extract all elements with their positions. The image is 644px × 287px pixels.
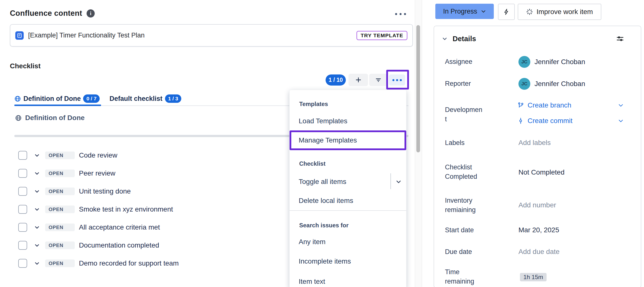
create-commit-label: Create commit <box>528 117 572 125</box>
field-label-start-date: Start date <box>445 225 483 235</box>
globe-icon <box>15 115 22 121</box>
chevron-down-icon <box>481 9 486 14</box>
field-label-assignee: Assignee <box>445 57 483 66</box>
item-status-badge[interactable]: OPEN <box>45 152 75 159</box>
menu-divider <box>290 210 406 211</box>
create-branch-link[interactable]: Create branch <box>517 101 571 109</box>
field-value-checklist-completed[interactable]: Not Completed <box>518 168 564 176</box>
vertical-scrollbar[interactable] <box>415 0 422 287</box>
menu-split-divider <box>390 173 391 189</box>
menu-item-load-templates[interactable]: Load Templates <box>299 117 347 125</box>
chevron-down-icon[interactable] <box>34 224 40 230</box>
field-value-assignee[interactable]: Jennifer Choban <box>534 58 585 66</box>
confluence-page-link[interactable]: [Example] Timer Functionality Test Plan <box>28 32 144 39</box>
jira-work-item-view: Confluence content i [Example] Timer Fun… <box>0 0 644 287</box>
checklist-row: OPEN All acceptance criteria met <box>14 221 286 234</box>
field-value-labels[interactable]: Add labels <box>518 139 551 147</box>
confluence-page-card[interactable]: [Example] Timer Functionality Test Plan … <box>10 24 413 46</box>
field-label-reporter: Reporter <box>445 79 483 88</box>
field-label-checklist-completed: Checklist Completed <box>445 162 483 181</box>
menu-item-manage-templates[interactable]: Manage Templates <box>299 136 357 144</box>
item-checkbox[interactable] <box>18 151 27 160</box>
menu-item-any-item[interactable]: Any item <box>299 238 326 246</box>
menu-item-item-text[interactable]: Item text <box>299 278 325 286</box>
chevron-down-icon[interactable] <box>618 102 624 108</box>
status-dropdown-button[interactable]: In Progress <box>435 4 494 19</box>
item-checkbox[interactable] <box>18 169 27 178</box>
menu-section-checklist: Checklist <box>299 160 326 167</box>
field-value-reporter[interactable]: Jennifer Choban <box>534 80 585 88</box>
configure-fields-icon[interactable] <box>616 35 624 43</box>
active-tab-underline <box>14 104 101 106</box>
checklist-group-title: Definition of Done <box>25 114 84 122</box>
item-status-badge[interactable]: OPEN <box>45 188 75 195</box>
checklist-row: OPEN Smoke test in xyz environment <box>14 203 286 216</box>
checklist-section-title: Checklist <box>10 62 41 70</box>
item-text[interactable]: Unit testing done <box>79 188 131 195</box>
field-value-inventory-remaining[interactable]: Add number <box>518 201 556 209</box>
item-checkbox[interactable] <box>18 187 27 196</box>
avatar[interactable]: JC <box>518 56 530 68</box>
item-checkbox[interactable] <box>18 205 27 214</box>
item-status-badge[interactable]: OPEN <box>45 242 75 249</box>
item-status-badge[interactable]: OPEN <box>45 170 75 177</box>
checklist-group-header: Definition of Done <box>15 114 84 122</box>
try-template-badge[interactable]: TRY TEMPLATE <box>356 31 408 40</box>
item-text[interactable]: Peer review <box>79 170 116 177</box>
checklist-row: OPEN Unit testing done <box>14 185 286 198</box>
field-label-labels: Labels <box>445 138 483 148</box>
tab-label: Definition of Done <box>24 95 81 102</box>
filter-button[interactable] <box>369 74 387 86</box>
tab-count-badge: 1 / 3 <box>165 94 182 103</box>
confluence-section-header: Confluence content i <box>10 9 95 18</box>
tab-label: Default checklist <box>110 95 162 102</box>
chevron-down-icon[interactable] <box>396 179 402 185</box>
field-value-due-date[interactable]: Add due date <box>518 248 560 256</box>
item-text[interactable]: Demo recorded for support team <box>79 260 179 267</box>
chevron-down-icon[interactable] <box>442 36 448 42</box>
item-text[interactable]: Documentation completed <box>79 242 159 249</box>
field-value-start-date[interactable]: Mar 20, 2025 <box>518 226 559 234</box>
add-item-button[interactable] <box>348 74 368 86</box>
checklist-row: OPEN Peer review <box>14 167 286 180</box>
ellipsis-icon <box>392 79 402 81</box>
field-value-time-remaining[interactable]: 1h 15m <box>520 273 546 281</box>
commit-icon <box>517 117 524 124</box>
checklist-more-options-button[interactable] <box>389 74 405 86</box>
filter-icon <box>375 77 382 83</box>
item-checkbox[interactable] <box>18 223 27 232</box>
chevron-down-icon[interactable] <box>34 188 40 194</box>
info-icon[interactable]: i <box>86 9 95 18</box>
item-status-badge[interactable]: OPEN <box>45 260 75 267</box>
tab-default-checklist[interactable]: Default checklist 1 / 3 <box>110 92 181 105</box>
scrollbar-thumb[interactable] <box>416 25 420 152</box>
avatar[interactable]: JC <box>518 78 530 90</box>
item-checkbox[interactable] <box>18 241 27 250</box>
create-commit-link[interactable]: Create commit <box>517 117 572 125</box>
chevron-down-icon[interactable] <box>34 206 40 212</box>
item-checkbox[interactable] <box>18 259 27 268</box>
branch-icon <box>517 102 524 109</box>
item-text[interactable]: All acceptance criteria met <box>79 224 160 231</box>
confluence-page-icon <box>15 31 24 40</box>
checklist-row: OPEN Demo recorded for support team <box>14 257 286 270</box>
menu-section-search-issues-for: Search issues for <box>299 222 348 229</box>
ai-sparkle-icon <box>526 8 533 15</box>
chevron-down-icon[interactable] <box>34 260 40 266</box>
chevron-down-icon[interactable] <box>34 242 40 248</box>
menu-item-delete-local-items[interactable]: Delete local items <box>299 197 353 205</box>
item-status-badge[interactable]: OPEN <box>45 206 75 213</box>
details-panel-title[interactable]: Details <box>452 35 476 43</box>
menu-item-incomplete-items[interactable]: Incomplete items <box>299 258 351 265</box>
automation-button[interactable] <box>498 4 515 20</box>
chevron-down-icon[interactable] <box>34 152 40 158</box>
tab-definition-of-done[interactable]: Definition of Done 0 / 7 <box>14 92 100 105</box>
item-text[interactable]: Smoke test in xyz environment <box>79 206 173 213</box>
confluence-more-options-button[interactable] <box>395 13 406 15</box>
item-text[interactable]: Code review <box>79 152 118 159</box>
improve-work-item-button[interactable]: Improve work item <box>518 4 601 20</box>
chevron-down-icon[interactable] <box>34 170 40 176</box>
chevron-down-icon[interactable] <box>618 118 624 124</box>
item-status-badge[interactable]: OPEN <box>45 224 75 231</box>
menu-item-toggle-all-items[interactable]: Toggle all items <box>299 178 346 186</box>
